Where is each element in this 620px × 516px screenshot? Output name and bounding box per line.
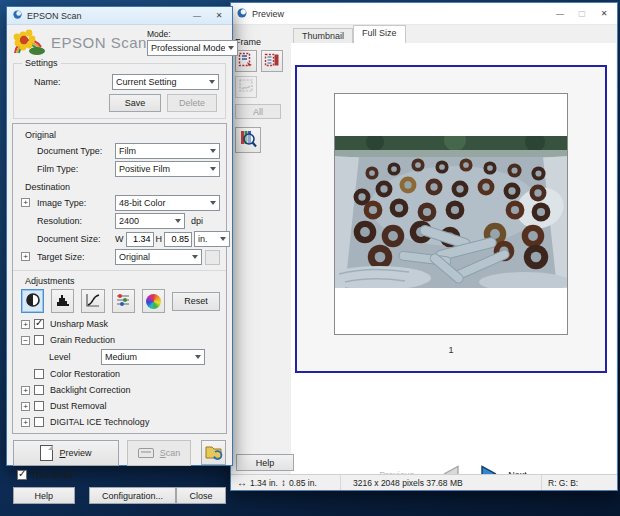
- settings-group: Settings Name: Current Setting Save Dele…: [13, 63, 226, 119]
- image-type-value: 48-bit Color: [119, 198, 207, 208]
- film-type-value: Positive Film: [119, 164, 207, 174]
- file-save-settings-button[interactable]: [201, 440, 226, 465]
- zoom-button[interactable]: [235, 127, 261, 153]
- status-height: 0.85 in.: [289, 478, 317, 488]
- chevron-down-icon: [192, 255, 198, 259]
- dust-removal-label: Dust Removal: [50, 401, 107, 411]
- scan-actions: Preview ✓ Thumbnail Scan: [13, 440, 226, 480]
- grain-reduction-label: Grain Reduction: [50, 335, 115, 345]
- preview-titlebar[interactable]: Preview — ▢ ✕: [231, 3, 617, 25]
- desktop: Preview — ▢ ✕ Thumbnail Full Size Frame: [0, 0, 620, 516]
- document-type-select[interactable]: Film: [115, 143, 220, 159]
- zoom-icon: [238, 129, 258, 151]
- frame-page-number: 1: [297, 345, 605, 355]
- reset-button[interactable]: Reset: [172, 292, 220, 311]
- image-type-label: Image Type:: [37, 198, 115, 208]
- auto-exposure-button[interactable]: [21, 289, 44, 313]
- save-button[interactable]: Save: [109, 94, 161, 112]
- scan-titlebar[interactable]: EPSON Scan — ✕: [7, 7, 232, 25]
- destination-group-label: Destination: [25, 182, 226, 192]
- histogram-button[interactable]: [51, 289, 74, 313]
- image-type-select[interactable]: 48-bit Color: [115, 195, 220, 211]
- scan-settings-panel: Original Document Type: Film Film Type: …: [12, 123, 227, 434]
- frame-panel-label: Frame: [235, 37, 289, 47]
- chevron-down-icon: [209, 80, 215, 84]
- dust-removal-expander[interactable]: +: [21, 402, 30, 411]
- scan-button-label: Scan: [160, 448, 181, 458]
- preview-body: Thumbnail Full Size Frame: [231, 25, 617, 474]
- preview-button[interactable]: Preview: [13, 440, 119, 466]
- preview-window: Preview — ▢ ✕ Thumbnail Full Size Frame: [230, 2, 618, 491]
- delete-frame-icon: [238, 78, 254, 96]
- copy-frame-button[interactable]: [261, 50, 283, 72]
- resolution-label: Resolution:: [37, 216, 115, 226]
- epson-app-icon: [12, 9, 23, 22]
- color-restoration-checkbox[interactable]: [34, 369, 44, 379]
- preview-minimize-button[interactable]: —: [549, 6, 571, 22]
- delete-frame-button: [235, 76, 257, 98]
- unsharp-mask-expander[interactable]: +: [21, 320, 30, 329]
- document-size-label: Document Size:: [37, 234, 115, 244]
- size-unit-select[interactable]: in.: [194, 231, 230, 247]
- digital-ice-expander[interactable]: +: [21, 418, 30, 427]
- color-palette-button[interactable]: [142, 289, 165, 313]
- backlight-correction-checkbox[interactable]: [34, 385, 44, 395]
- document-type-value: Film: [119, 146, 207, 156]
- chevron-down-icon: [195, 355, 201, 359]
- target-size-select[interactable]: Original: [115, 249, 202, 265]
- image-adjustment-button[interactable]: [112, 289, 135, 313]
- mode-select[interactable]: Professional Mode: [147, 40, 239, 56]
- preview-window-title: Preview: [252, 9, 284, 19]
- help-button[interactable]: Help: [13, 487, 75, 504]
- grain-level-select[interactable]: Medium: [101, 349, 205, 365]
- preview-maximize-button: ▢: [571, 6, 593, 22]
- target-size-value: Original: [119, 252, 189, 262]
- preview-canvas[interactable]: 1: [295, 65, 607, 373]
- chevron-down-icon: [210, 149, 216, 153]
- digital-ice-checkbox[interactable]: [34, 417, 44, 427]
- scan-header: EPSON Scan Mode: Professional Mode: [7, 25, 232, 57]
- settings-group-label: Settings: [22, 58, 61, 68]
- status-pixels: 3216 x 2048 pixels 37.68 MB: [341, 475, 542, 490]
- configuration-button[interactable]: Configuration...: [89, 487, 177, 504]
- scan-minimize-button[interactable]: —: [186, 8, 208, 24]
- name-value: Current Setting: [116, 77, 206, 87]
- size-unit-value: in.: [198, 234, 217, 244]
- target-size-options-button: [205, 250, 220, 265]
- thumbnail-checkbox[interactable]: ✓: [17, 470, 27, 480]
- preview-button-label: Preview: [59, 448, 91, 458]
- adjustments-group-label: Adjustments: [25, 276, 226, 286]
- dust-removal-checkbox[interactable]: [34, 401, 44, 411]
- width-input[interactable]: [126, 232, 154, 247]
- film-type-select[interactable]: Positive Film: [115, 161, 220, 177]
- resolution-combo[interactable]: 2400: [115, 213, 185, 229]
- width-field-label: W: [115, 234, 124, 244]
- epson-flower-logo: [11, 27, 47, 57]
- backlight-correction-expander[interactable]: +: [21, 386, 30, 395]
- unsharp-mask-checkbox[interactable]: ✓: [34, 319, 44, 329]
- tone-curve-icon: [85, 292, 101, 310]
- image-type-expander[interactable]: +: [21, 198, 30, 207]
- status-rgb: R: G: B:: [542, 475, 617, 490]
- height-input[interactable]: [164, 232, 192, 247]
- chevron-down-icon: [175, 219, 181, 223]
- mode-label: Mode:: [147, 29, 239, 39]
- grain-reduction-expander[interactable]: −: [21, 336, 30, 345]
- color-restoration-label: Color Restoration: [50, 369, 120, 379]
- target-size-label: Target Size:: [37, 252, 115, 262]
- scan-close-button[interactable]: ✕: [208, 8, 230, 24]
- resolution-value: 2400: [119, 216, 172, 226]
- unsharp-mask-label: Unsharp Mask: [50, 319, 108, 329]
- epson-scan-brand: EPSON Scan: [51, 34, 147, 51]
- grain-reduction-checkbox[interactable]: [34, 335, 44, 345]
- tab-full-size[interactable]: Full Size: [353, 25, 406, 43]
- chevron-down-icon: [220, 237, 226, 241]
- preview-help-button[interactable]: Help: [236, 454, 294, 471]
- close-button[interactable]: Close: [176, 487, 226, 504]
- target-size-expander[interactable]: +: [21, 252, 30, 261]
- film-frame: [334, 93, 568, 335]
- tone-curve-button[interactable]: [81, 289, 104, 313]
- tab-thumbnail[interactable]: Thumbnail: [293, 28, 353, 43]
- preview-close-button[interactable]: ✕: [593, 6, 615, 22]
- name-select[interactable]: Current Setting: [112, 74, 219, 90]
